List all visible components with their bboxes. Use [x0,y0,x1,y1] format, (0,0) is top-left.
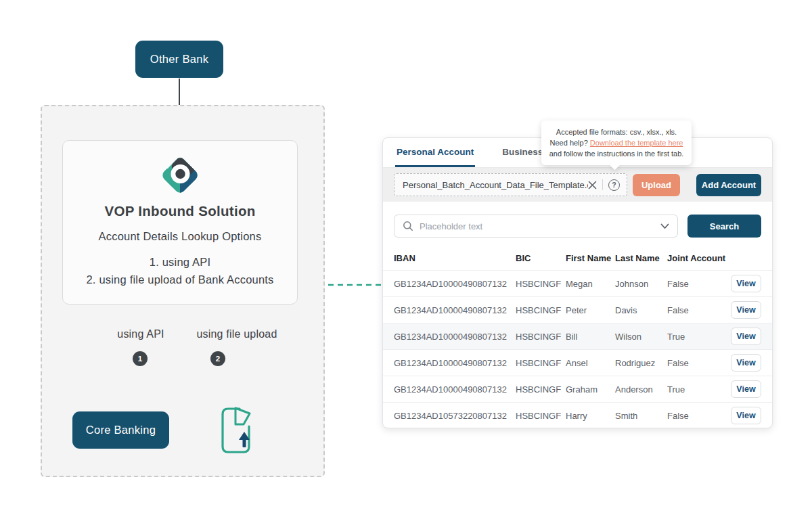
card-option-file-upload: 2. using file upload of Bank Accounts [86,271,273,288]
vop-logo-icon [160,155,200,196]
help-icon[interactable]: ? [608,179,620,191]
upload-button[interactable]: Upload [633,174,680,196]
branch-api-label: using API [102,328,180,340]
view-button[interactable]: View [731,354,761,372]
cell-first-name: Megan [566,279,615,289]
cell-last-name: Wilson [615,332,667,342]
cell-joint-account: True [667,332,730,342]
cell-first-name: Bill [566,332,615,342]
view-button[interactable]: View [731,380,761,398]
cell-first-name: Peter [566,305,615,315]
core-banking-node: Core Banking [72,411,169,449]
table-row: GB1234AD10000490807132 HSBCINGF Bill Wil… [383,323,772,349]
cell-last-name: Davis [615,305,667,315]
upload-toolbar: Personal_Batch_Account_Data_File_Templat… [383,168,772,202]
cell-bic: HSBCINGF [516,358,566,368]
cell-bic: HSBCINGF [516,411,566,421]
file-drop-field[interactable]: Personal_Batch_Account_Data_File_Templat… [394,173,627,196]
add-account-button[interactable]: Add Account [696,174,761,196]
search-input[interactable] [420,221,660,231]
other-bank-node: Other Bank [135,41,223,78]
card-title: VOP Inbound Solution [104,203,255,219]
selected-filename: Personal_Batch_Account_Data_File_Templat… [403,180,588,190]
card-option-api: 1. using API [86,253,273,271]
cell-last-name: Rodriguez [615,358,667,368]
col-first-name: First Name [566,253,615,263]
tooltip-formats-line: Accepted file formats: csv., xlsx., xls. [548,127,685,137]
cell-bic: HSBCINGF [516,279,566,289]
account-panel: Personal Account Business Account Person… [382,137,773,428]
page: Other Bank VOP Inbound Solution Account … [0,0,812,515]
cell-joint-account: False [667,279,730,289]
other-bank-label: Other Bank [150,53,208,66]
branch-file-label: using file upload [191,328,283,340]
cell-first-name: Harry [566,411,615,421]
chevron-down-icon[interactable] [660,223,669,229]
cell-iban: GB1234AD10000490807132 [394,279,516,289]
table-header: IBAN BIC First Name Last Name Joint Acco… [383,246,772,270]
table-row: GB1234AD10573220807132 HSBCINGF Harry Sm… [383,402,772,428]
view-button[interactable]: View [731,301,761,319]
upload-help-tooltip: Accepted file formats: csv., xlsx., xls.… [541,120,692,165]
cell-last-name: Johnson [615,279,667,289]
cell-first-name: Graham [566,384,615,395]
cell-joint-account: False [667,411,730,421]
field-divider [602,179,603,190]
file-upload-icon [219,404,253,455]
search-field[interactable] [394,215,678,238]
cell-joint-account: False [667,305,730,315]
table-row: GB1234AD10000490807132 HSBCINGF Ansel Ro… [383,349,772,376]
search-icon [403,221,413,231]
table-row: GB1234AD10000490807132 HSBCINGF Graham A… [383,376,772,402]
cell-bic: HSBCINGF [516,384,566,395]
table-row: GB1234AD10000490807132 HSBCINGF Peter Da… [383,296,772,323]
view-button[interactable]: View [731,328,761,345]
cell-bic: HSBCINGF [516,305,566,315]
clear-file-icon[interactable] [588,181,597,189]
cell-joint-account: True [667,384,730,395]
branch-number-2-badge: 2 [210,351,225,366]
cell-iban: GB1234AD10000490807132 [394,305,516,315]
col-iban: IBAN [394,253,516,263]
cell-last-name: Anderson [615,384,667,395]
cell-last-name: Smith [615,411,667,421]
tab-personal-account[interactable]: Personal Account [395,138,475,167]
col-last-name: Last Name [615,253,667,263]
cell-bic: HSBCINGF [516,332,566,342]
vop-solution-card: VOP Inbound Solution Account Details Loo… [62,140,298,305]
branch-number-1-badge: 1 [133,351,148,366]
card-options: 1. using API 2. using file upload of Ban… [86,253,273,288]
search-toolbar: Search [383,202,772,246]
search-button[interactable]: Search [687,215,761,238]
tooltip-help-line: Need help? Download the template here an… [548,137,685,159]
col-bic: BIC [516,253,566,263]
cell-iban: GB1234AD10000490807132 [394,332,516,342]
col-joint-account: Joint Account [667,253,730,263]
core-banking-label: Core Banking [86,424,156,436]
card-subtitle: Account Details Lookup Options [99,230,262,243]
cell-iban: GB1234AD10000490807132 [394,358,516,368]
table-row: GB1234AD10000490807132 HSBCINGF Megan Jo… [383,270,772,296]
view-button[interactable]: View [731,275,761,292]
download-template-link[interactable]: Download the template here [590,139,683,147]
cell-joint-account: False [667,358,730,368]
view-button[interactable]: View [731,407,761,424]
cell-first-name: Ansel [566,358,615,368]
cell-iban: GB1234AD10000490807132 [394,384,516,395]
cell-iban: GB1234AD10573220807132 [394,411,516,421]
